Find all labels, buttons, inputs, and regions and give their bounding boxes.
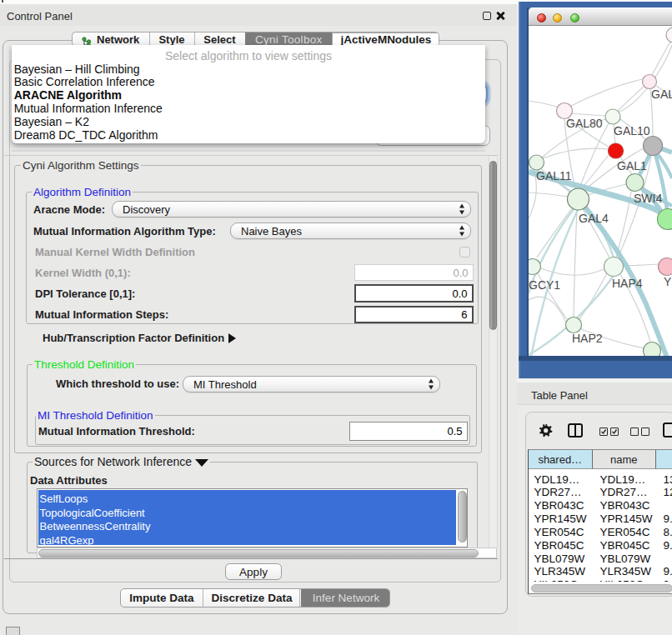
- svg-text:GAL80: GAL80: [566, 117, 603, 130]
- svg-text:GAL11: GAL11: [536, 169, 572, 182]
- svg-text:GAL4: GAL4: [579, 212, 609, 225]
- svg-text:GAL: GAL: [651, 88, 672, 101]
- svg-text:SWI4: SWI4: [634, 192, 662, 205]
- svg-text:GAL10: GAL10: [614, 124, 650, 138]
- svg-text:GCY1: GCY1: [529, 278, 560, 292]
- svg-text:HAP2: HAP2: [572, 332, 603, 345]
- svg-text:HAP4: HAP4: [612, 277, 643, 290]
- svg-text:GAL1: GAL1: [617, 159, 647, 172]
- svg-text:Y: Y: [664, 275, 672, 288]
